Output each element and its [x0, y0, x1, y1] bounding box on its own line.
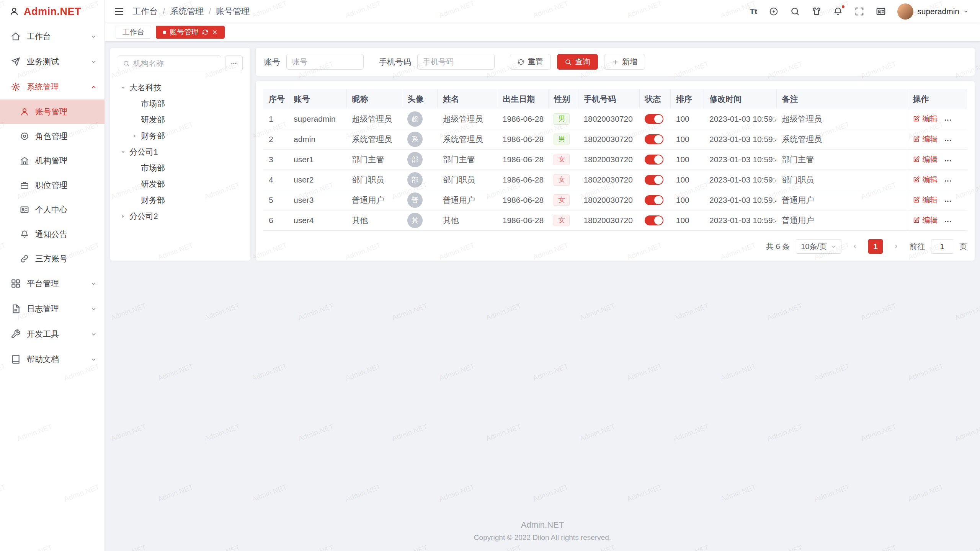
tab-refresh-icon[interactable]: [202, 29, 208, 35]
phone-input[interactable]: [417, 54, 495, 70]
status-toggle[interactable]: [645, 195, 663, 205]
sidebar-item-personal-center[interactable]: 个人中心: [0, 197, 105, 222]
chevron-down-icon: [90, 280, 97, 287]
org-more-button[interactable]: [225, 55, 243, 71]
edit-button[interactable]: 编辑: [913, 195, 938, 205]
sidebar-item-position-management[interactable]: 职位管理: [0, 173, 105, 197]
profile-icon[interactable]: [876, 7, 886, 16]
cell-sort: 100: [671, 170, 704, 190]
tree-node[interactable]: 研发部: [118, 176, 243, 192]
sidebar-item-dev-tools[interactable]: 开发工具: [0, 321, 105, 347]
sidebar-item-platform-management[interactable]: 平台管理: [0, 271, 105, 296]
org-search-input[interactable]: [133, 59, 216, 68]
tree-caret-placeholder: [129, 163, 139, 173]
footer-copyright: Copyright © 2022 Dilon All rights reserv…: [105, 533, 980, 542]
tree-expand-caret[interactable]: [129, 131, 139, 141]
status-toggle[interactable]: [645, 155, 663, 165]
more-actions-button[interactable]: [944, 197, 952, 205]
app-logo[interactable]: Admin.NET: [0, 0, 105, 23]
layout-config-icon[interactable]: [769, 7, 779, 16]
tree-expand-caret[interactable]: [118, 147, 128, 157]
menu-search-icon[interactable]: [790, 7, 800, 16]
page-number-button[interactable]: 1: [868, 239, 883, 254]
search-button[interactable]: 查询: [557, 54, 598, 70]
notification-bell-icon[interactable]: [833, 7, 843, 16]
table-row: 5user3普通用户普普通用户1986-06-28女18020030720100…: [263, 190, 967, 210]
more-actions-button[interactable]: [944, 177, 952, 185]
right-column: 账号 手机号码 重置 查询 新增: [256, 48, 975, 261]
sidebar-item-org-management[interactable]: 机构管理: [0, 148, 105, 173]
sidebar-item-notice-announcement[interactable]: 通知公告: [0, 222, 105, 246]
sidebar: Admin.NET 工作台业务测试系统管理账号管理角色管理机构管理职位管理个人中…: [0, 0, 105, 551]
tree-node[interactable]: 分公司1: [118, 144, 243, 160]
tree-node[interactable]: 分公司2: [118, 208, 243, 224]
goto-page-input[interactable]: [931, 239, 953, 254]
cell-sort: 100: [671, 150, 704, 170]
caret-down-icon: [120, 149, 126, 155]
sidebar-item-help-docs[interactable]: 帮助文档: [0, 347, 105, 372]
sidebar-item-account-management[interactable]: 账号管理: [0, 99, 105, 124]
status-toggle[interactable]: [645, 114, 663, 124]
fullscreen-icon[interactable]: [854, 7, 864, 16]
more-actions-button[interactable]: [944, 156, 952, 165]
tree-node[interactable]: 市场部: [118, 160, 243, 176]
breadcrumb-item[interactable]: 系统管理: [170, 6, 204, 17]
edit-button[interactable]: 编辑: [913, 134, 938, 144]
more-actions-button[interactable]: [944, 136, 952, 145]
tree-node[interactable]: 研发部: [118, 112, 243, 128]
edit-button[interactable]: 编辑: [913, 174, 938, 185]
tree-node[interactable]: 大名科技: [118, 80, 243, 96]
hamburger-menu-icon[interactable]: [114, 7, 124, 16]
cell-account: admin: [288, 129, 346, 150]
table-row: 3user1部门主管部部门主管1986-06-28女18020030720100…: [263, 150, 967, 170]
user-menu[interactable]: superadmin: [897, 3, 969, 20]
tree-expand-caret[interactable]: [118, 211, 128, 221]
add-button[interactable]: 新增: [604, 54, 645, 70]
gear-icon: [11, 82, 21, 92]
page-footer: Admin.NET Copyright © 2022 Dilon All rig…: [105, 520, 980, 551]
toggle-knob: [654, 196, 663, 204]
tab-account-management[interactable]: 账号管理: [156, 26, 225, 39]
breadcrumb-item[interactable]: 工作台: [132, 6, 158, 17]
breadcrumb-item[interactable]: 账号管理: [216, 6, 250, 17]
toggle-knob: [654, 155, 663, 164]
cell-nickname: 部门主管: [346, 150, 402, 170]
tree-node[interactable]: 财务部: [118, 128, 243, 144]
edit-button-label: 编辑: [922, 174, 938, 185]
page-size-select[interactable]: 10条/页: [796, 239, 841, 254]
tree-node[interactable]: 市场部: [118, 96, 243, 112]
tree-caret-placeholder: [129, 179, 139, 189]
status-toggle[interactable]: [645, 215, 663, 225]
log-icon: [11, 304, 21, 314]
edit-button[interactable]: 编辑: [913, 215, 938, 225]
more-actions-button[interactable]: [944, 116, 952, 124]
status-toggle[interactable]: [645, 134, 663, 144]
theme-skin-icon[interactable]: [812, 7, 822, 16]
sidebar-item-system-management[interactable]: 系统管理: [0, 74, 105, 99]
page-unit: 页: [959, 241, 967, 252]
total-count: 共 6 条: [766, 241, 790, 252]
next-page-button[interactable]: [889, 239, 903, 254]
tree-expand-caret[interactable]: [118, 83, 128, 93]
sidebar-item-workbench[interactable]: 工作台: [0, 24, 105, 49]
edit-button[interactable]: 编辑: [913, 114, 938, 124]
help-icon: [11, 354, 21, 364]
tab-close-icon[interactable]: [212, 29, 218, 35]
tree-caret-placeholder: [129, 115, 139, 125]
sidebar-item-business-test[interactable]: 业务测试: [0, 49, 105, 74]
sidebar-item-log-management[interactable]: 日志管理: [0, 296, 105, 321]
tab-workbench[interactable]: 工作台: [116, 26, 151, 39]
more-actions-button[interactable]: [944, 217, 952, 226]
user-icon: [20, 107, 29, 116]
edit-button[interactable]: 编辑: [913, 154, 938, 165]
status-toggle[interactable]: [645, 175, 663, 185]
font-size-icon[interactable]: Tt: [750, 7, 757, 16]
account-input[interactable]: [286, 54, 364, 70]
cell-nickname: 普通用户: [346, 190, 402, 210]
prev-page-button[interactable]: [848, 239, 862, 254]
reset-button[interactable]: 重置: [510, 54, 551, 70]
sidebar-item-role-management[interactable]: 角色管理: [0, 124, 105, 148]
sidebar-item-third-party-account[interactable]: 三方账号: [0, 246, 105, 271]
sidebar-item-label: 三方账号: [35, 253, 67, 264]
tree-node[interactable]: 财务部: [118, 192, 243, 208]
